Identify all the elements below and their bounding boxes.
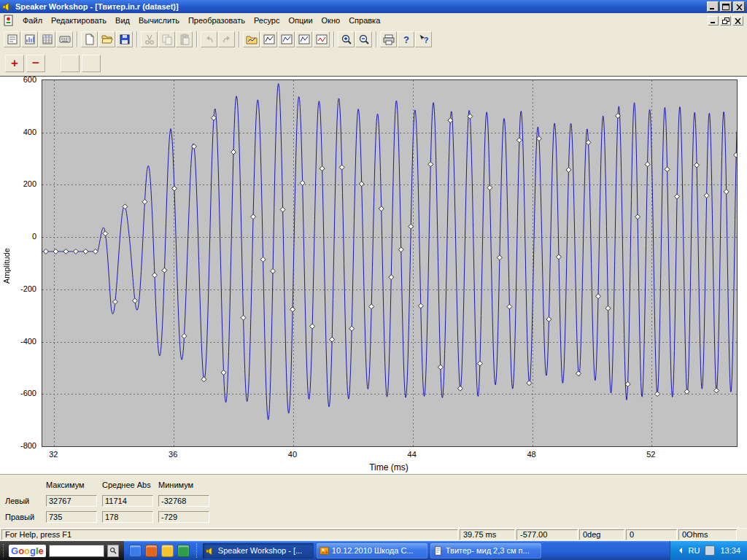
chart-a-button[interactable] [260,31,277,47]
status-panel-4: 0Ohms [678,529,737,540]
paste-icon [179,34,190,45]
quick-launch-icon[interactable] [145,545,158,557]
menu-item-0[interactable]: Файл [18,14,47,27]
chart-c-button[interactable] [295,31,312,47]
collapse-chevron-icon[interactable] [678,547,684,554]
x-tick-label: 48 [519,450,545,459]
open-button[interactable] [98,31,115,47]
x-tick-label: 52 [638,450,664,459]
application-window: Speaker Workshop - [Твитер.in.r (dataset… [0,0,747,560]
close-icon [735,15,741,26]
stats-cell: -32768 [158,495,209,507]
context-help-button[interactable]: ? [415,31,432,47]
quick-launch-icon[interactable] [177,545,190,557]
print-button[interactable] [380,31,397,47]
quick-launch-icon[interactable] [161,545,174,557]
import-chart-button[interactable] [243,31,260,47]
blank-1-button [61,55,80,72]
remove-marker-button[interactable]: − [26,55,45,72]
notes-icon [7,34,18,45]
clock[interactable]: 13:34 [720,546,740,555]
svg-text:?: ? [403,34,409,45]
paste-button [176,31,193,47]
google-logo-letter: G [11,545,18,556]
undo-icon [204,34,215,45]
save-button[interactable] [116,31,133,47]
menu-item-8[interactable]: Справка [344,14,384,27]
maximize-button[interactable] [720,1,732,12]
menu-item-4[interactable]: Преобразовать [184,14,249,27]
search-icon [109,545,117,556]
restore-icon [722,15,729,26]
tray-icon[interactable] [705,545,715,556]
add-marker-button[interactable]: + [5,55,24,72]
doc-icon [433,546,443,556]
system-tray: RU13:34 [670,541,747,560]
zoom-out-button[interactable] [355,31,372,47]
view-properties-button[interactable] [56,31,73,47]
help-button[interactable]: ? [398,31,414,47]
copy-button [158,31,175,47]
status-panel-2: 0deg [579,529,624,540]
x-tick-label: 44 [399,450,425,459]
svg-text:?: ? [423,36,428,44]
stats-cell: 178 [102,511,153,523]
mdi-minimize-button[interactable] [708,16,719,26]
stats-cell: 735 [46,511,97,523]
context-help-icon: ? [418,34,430,45]
y-tick-label: -200 [3,284,36,293]
menu-item-3[interactable]: Вычислить [134,14,184,27]
chart-b-button[interactable] [278,31,295,47]
view-notes-button[interactable] [4,31,20,47]
minimize-button[interactable] [707,1,719,12]
stats-header-row: МаксимумСреднее AbsМинимум [4,478,747,491]
stats-column-header: Минимум [158,481,211,489]
x-axis-label: Time (ms) [42,462,736,472]
mdi-restore-button[interactable] [720,16,731,26]
chart-d-button[interactable] [313,31,330,47]
toolbar-separator [136,31,138,47]
waveform-canvas[interactable] [42,80,737,446]
help-icon: ? [400,34,412,45]
redo-button [218,31,235,47]
menu-item-2[interactable]: Вид [111,14,134,27]
plot-area[interactable] [42,79,738,447]
stats-cell: -729 [158,511,209,523]
task-label: Speaker Workshop - [... [218,546,302,555]
google-search-button[interactable] [107,545,119,557]
mdi-close-button[interactable] [732,16,743,26]
y-tick-label: 200 [3,179,36,188]
task-button-0[interactable]: Speaker Workshop - [... [203,543,314,559]
photo-icon [320,546,329,556]
quick-launch-icon[interactable] [129,545,142,557]
task-button-2[interactable]: Твитер- мид 2,3 см п... [430,543,541,559]
new-button[interactable] [81,31,98,47]
view-chart-button[interactable] [21,31,38,47]
status-help-text: For Help, press F1 [1,529,458,540]
zoom-in-button[interactable] [338,31,355,47]
document-icon[interactable] [3,15,15,26]
open-icon [101,34,113,45]
close-icon [736,1,743,12]
deskbar-handle[interactable] [3,544,6,557]
app-icon[interactable] [2,1,12,12]
menu-item-1[interactable]: Редактировать [47,14,111,27]
language-indicator[interactable]: RU [689,546,700,555]
stats-row-label: Правый [4,513,46,521]
close-button[interactable] [733,1,745,12]
task-button-1[interactable]: 10.12.2010 Шкода С... [317,543,427,559]
stats-row: Левый3276711714-32768 [4,494,747,508]
task-label: Твитер- мид 2,3 см п... [446,546,530,555]
menu-item-7[interactable]: Окно [317,14,345,27]
stats-row-label: Левый [4,497,46,505]
folder-chart-icon [246,34,258,45]
menu-item-5[interactable]: Ресурс [249,14,284,27]
minimize-icon [709,1,716,12]
menu-item-6[interactable]: Опции [284,14,317,27]
google-logo-letter: e [39,545,44,556]
redo-icon [221,34,233,45]
title-bar[interactable]: Speaker Workshop - [Твитер.in.r (dataset… [0,0,747,13]
google-search-input[interactable] [49,545,104,557]
view-datasheet-button[interactable] [39,31,55,47]
cut-icon [144,34,155,45]
